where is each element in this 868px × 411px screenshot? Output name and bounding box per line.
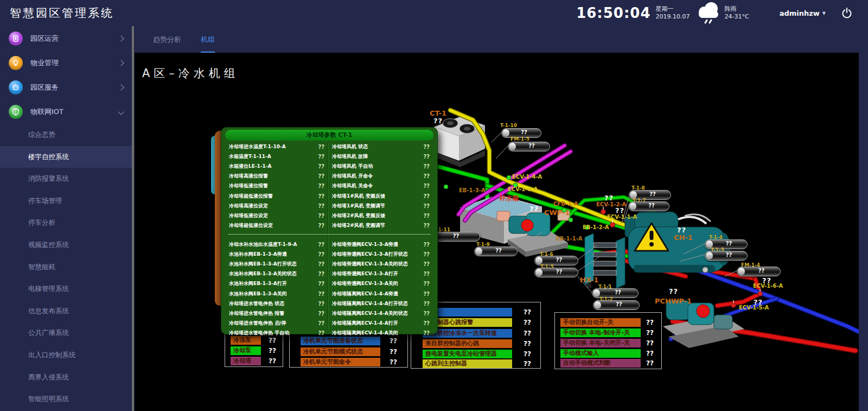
panel-param-row: 冷却塔进水管电伴热 状态?? bbox=[228, 299, 326, 308]
sidebar-item-park-operation[interactable]: 园区运营 bbox=[0, 26, 132, 50]
sidebar-subitem-elevator[interactable]: 电梯管理系统 bbox=[0, 278, 132, 300]
status-chip: 来自群控制器的心跳 bbox=[423, 339, 512, 348]
param-value: ?? bbox=[423, 223, 430, 229]
param-value: ?? bbox=[423, 203, 430, 209]
param-label: 冷却塔低液位报警 bbox=[229, 182, 268, 189]
panel-param-row: 冷却塔超低液位设定?? bbox=[228, 221, 326, 231]
sidebar-subitem-parking-mgmt[interactable]: 停车场管理 bbox=[0, 190, 132, 212]
param-value: ?? bbox=[423, 193, 430, 199]
date: 2019.10.07 bbox=[656, 13, 690, 21]
param-label: 冷却塔进水管电伴热 状态 bbox=[229, 300, 284, 307]
sidebar-subitem-smart-energy[interactable]: 智慧能耗 bbox=[0, 256, 132, 279]
gauge-value: ?? bbox=[598, 289, 638, 295]
param-label: 水箱温度T-1-11-A bbox=[229, 153, 271, 160]
diagram-label-cfd-1-a: CFD-1-A bbox=[553, 201, 578, 207]
sidebar-item-park-service[interactable]: 园区服务 bbox=[0, 75, 132, 99]
gauge-t-1-5: ?? bbox=[534, 268, 578, 277]
sidebar-subitem-entrance-control[interactable]: 出入口控制系统 bbox=[0, 344, 132, 366]
gauge-value: ?? bbox=[711, 241, 747, 246]
pump-pchwp-red-cap bbox=[697, 305, 710, 318]
status-value: ?? bbox=[646, 349, 654, 358]
hx-slat bbox=[593, 252, 616, 257]
panel-param-row: 冷却塔1#风机 变频反馈?? bbox=[331, 191, 431, 201]
status-value: ?? bbox=[390, 358, 397, 366]
param-label: 冷却塔低液位设定 bbox=[229, 212, 268, 219]
status-chip: 冷机单元节能命令 bbox=[301, 358, 380, 366]
panel-param-row: 冷却塔高液位设定?? bbox=[228, 201, 326, 211]
weekday: 星期一 bbox=[656, 5, 690, 13]
param-value: ?? bbox=[423, 144, 430, 150]
sidebar-subitem-video-surveillance[interactable]: 视频监控系统 bbox=[0, 234, 132, 256]
diagram-label-makeup-tank: 补水箱 bbox=[499, 194, 519, 203]
param-value: ?? bbox=[318, 291, 324, 297]
param-value: ?? bbox=[318, 154, 324, 160]
param-value: ?? bbox=[318, 261, 324, 267]
pump-cwp-red-cap bbox=[521, 219, 533, 231]
clock: 16:50:04 bbox=[576, 5, 650, 21]
panel-rows-top-right: 冷却塔风机 状态??冷却塔风机 故障??冷却塔风机 手自动??冷却塔风机 开命令… bbox=[331, 142, 431, 231]
cooling-tower-parameter-panel[interactable]: 冷却塔参数 CT-1 冷却塔进水温度T-1-10-A??水箱温度T-1-11-A… bbox=[221, 127, 438, 334]
status-value: ?? bbox=[524, 339, 531, 348]
status-chip: 冷机单元节能模式状态 bbox=[301, 347, 380, 356]
panel-param-row: 冷却塔风机 手自动?? bbox=[331, 161, 431, 171]
status-value: ?? bbox=[524, 329, 531, 338]
param-label: 冷却塔旁通阀ECV-1-3-A关闭 bbox=[332, 280, 398, 287]
panel-param-row: 冷却塔低液位报警?? bbox=[228, 181, 326, 191]
status-value: ?? bbox=[524, 359, 531, 368]
param-value: ?? bbox=[318, 193, 324, 199]
sidebar-subitem-smart-lighting[interactable]: 智能照明系统 bbox=[0, 388, 132, 410]
gauge-value: ?? bbox=[540, 257, 578, 263]
user-menu[interactable]: adminhzw ▼ bbox=[780, 9, 826, 17]
gauge-value: ?? bbox=[634, 203, 669, 208]
param-label: 水箱液位LE-1-1-A bbox=[229, 163, 272, 170]
panel-param-row: 冷却塔低液位设定?? bbox=[228, 211, 326, 220]
panel-param-row: 冷却塔2#风机 变频调节?? bbox=[331, 221, 431, 231]
valve-green bbox=[569, 218, 573, 222]
panel-param-row: 冷却塔旁通阀ECV-1-3-A旁通?? bbox=[331, 239, 431, 249]
gauge-value: ?? bbox=[599, 301, 639, 307]
param-value: ?? bbox=[423, 213, 430, 219]
param-value: ?? bbox=[318, 311, 324, 317]
diagram-label-eb-1-3-a: EB-1-3-A bbox=[459, 187, 486, 193]
sidebar-subitem-public-broadcast[interactable]: 公共广播系统 bbox=[0, 322, 132, 344]
panel-param-row: 冷却塔2#风机 变频反馈?? bbox=[331, 211, 431, 220]
logout-power-button[interactable] bbox=[841, 7, 853, 19]
sidebar-item-iot[interactable]: 物联网IOT bbox=[0, 99, 132, 124]
panel-param-row: 冷却塔进水管电伴热 手自动?? bbox=[228, 328, 326, 338]
sidebar-item-label: 物联网IOT bbox=[30, 107, 119, 117]
sidebar-subitem-bas[interactable]: 楼宇自控系统 bbox=[0, 146, 132, 168]
weather-block: 阵雨 24-31°C bbox=[725, 5, 749, 21]
param-label: 冷却塔进水管电伴热 启/停 bbox=[229, 320, 286, 327]
panel-param-row: 水池补水阀EB-1-3-A关闭状态?? bbox=[228, 269, 326, 279]
weather-cloud-rain-icon bbox=[693, 0, 724, 27]
chiller-pipe-arc bbox=[678, 217, 706, 224]
sidebar-subitem-perimeter-intrusion[interactable]: 周界入侵系统 bbox=[0, 366, 132, 389]
status-chip: 冷却泵 bbox=[231, 346, 261, 355]
param-label: 冷却塔旁通阀ECV-1-3-A打开状态 bbox=[332, 251, 408, 258]
sidebar-subitem-fire-alarm[interactable]: 消防报警系统 bbox=[0, 168, 132, 190]
sidebar-scrollbar[interactable] bbox=[132, 26, 134, 411]
param-value: ?? bbox=[318, 203, 324, 209]
gauge-t-1-7: ?? bbox=[628, 201, 669, 211]
tab-trend[interactable]: 趋势分析 bbox=[153, 35, 181, 53]
sidebar-subitem-parking-analysis[interactable]: 停车分析 bbox=[0, 212, 132, 234]
chevron-right-icon bbox=[118, 35, 124, 41]
panel-param-row: 冷却塔进水管电伴热 报警?? bbox=[228, 308, 326, 318]
sidebar-nav: 园区运营物业管理园区服务物联网IOT综合态势楼宇自控系统消防报警系统停车场管理停… bbox=[0, 26, 132, 411]
sidebar-subitem-overview[interactable]: 综合态势 bbox=[0, 124, 132, 146]
sidebar-item-property-mgmt[interactable]: 物业管理 bbox=[0, 50, 132, 75]
tab-unit[interactable]: 机组 bbox=[201, 35, 215, 53]
gauge-value: ?? bbox=[711, 252, 747, 258]
chevron-right-icon bbox=[118, 60, 124, 66]
panel-param-row: 冷却塔隔离阀ECV-1-4-A关闭?? bbox=[331, 328, 431, 338]
param-value: ?? bbox=[423, 251, 430, 257]
hx-right-plate bbox=[616, 237, 625, 288]
status-chip: 手动模式输入 bbox=[560, 349, 641, 358]
leader-line bbox=[496, 146, 508, 159]
param-label: 冷却塔风机 故障 bbox=[332, 153, 368, 160]
param-label: 水池补水阀EB-1-3-A打开 bbox=[229, 280, 287, 287]
param-label: 冷却塔风机 开命令 bbox=[332, 173, 373, 180]
param-label: 冷却塔隔离阀ECV-1-4-A关闭状态 bbox=[332, 310, 408, 317]
sidebar-item-label: 园区运营 bbox=[30, 34, 119, 43]
sidebar-subitem-info-publish[interactable]: 信息发布系统 bbox=[0, 300, 132, 323]
